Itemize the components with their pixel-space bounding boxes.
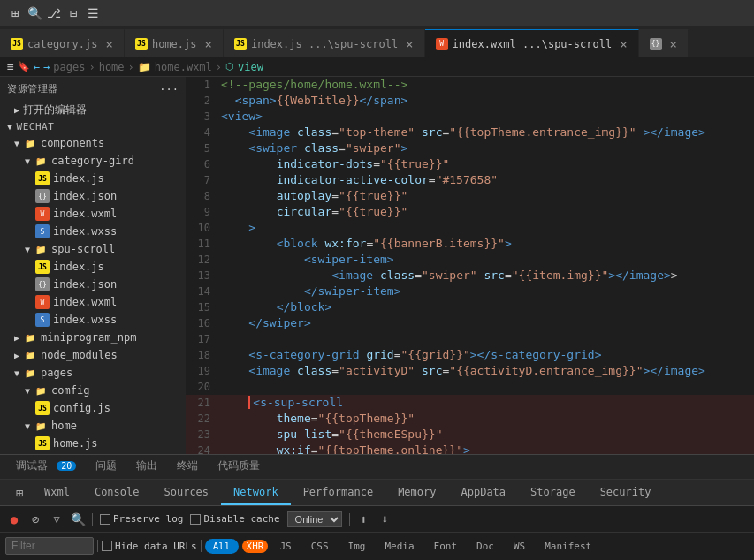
- filter-input[interactable]: [5, 537, 94, 555]
- sidebar-item-comfig[interactable]: ▼ 📁 comfig: [0, 382, 186, 399]
- devtools-tab-sources[interactable]: Sources: [151, 481, 221, 505]
- checkbox[interactable]: [102, 541, 112, 551]
- tabs-bar: JS category.js × JS home.js × JS index.j…: [0, 26, 754, 57]
- git-icon[interactable]: ⎇: [46, 5, 62, 21]
- folder-icon: 📁: [34, 419, 48, 433]
- preserve-log-checkbox[interactable]: Preserve log: [100, 513, 183, 525]
- sidebar-item-miniprogram-npm[interactable]: ▶ 📁 miniprogram_npm: [0, 329, 186, 346]
- devtools-tab-memory[interactable]: Memory: [385, 481, 448, 505]
- devtools-tab-security[interactable]: Security: [588, 481, 664, 505]
- folder-icon: 📁: [23, 348, 37, 362]
- extensions-icon[interactable]: ☰: [85, 5, 101, 21]
- tab-home-js[interactable]: JS home.js ×: [125, 29, 224, 57]
- checkbox[interactable]: [100, 514, 110, 525]
- json-icon: {}: [35, 277, 50, 291]
- tab-close[interactable]: ×: [620, 37, 627, 51]
- editor-content[interactable]: 1 <!--pages/home/home.wxml--> 2 <span>{{…: [186, 77, 754, 454]
- sidebar-item-spu-index-wxml[interactable]: W index.wxml: [0, 293, 186, 311]
- search-icon[interactable]: 🔍: [27, 5, 42, 21]
- devtools-tab-storage[interactable]: Storage: [518, 481, 588, 505]
- tab-index-wxml[interactable]: W index.wxml ...\spu-scroll ×: [425, 29, 639, 57]
- filter-pill-js[interactable]: JS: [271, 539, 299, 554]
- download-icon[interactable]: ⬇: [378, 512, 392, 526]
- sidebar-item-home[interactable]: ▼ 📁 home: [0, 417, 186, 435]
- sidebar-item-pages[interactable]: ▼ 📁 pages: [0, 364, 186, 382]
- devtools-tab-performance[interactable]: Performance: [291, 481, 385, 505]
- filter-pill-font[interactable]: Font: [426, 539, 466, 554]
- tab-icon-wxml: W: [436, 38, 448, 50]
- sidebar-item-cat-index-wxml[interactable]: W index.wxml: [0, 205, 186, 223]
- panel-tab-issues[interactable]: 问题: [87, 455, 126, 479]
- tab-icon-js: JS: [11, 38, 23, 50]
- panel-tab-debugger[interactable]: 调试器 20: [7, 455, 85, 479]
- tab-close[interactable]: ×: [105, 37, 112, 51]
- sidebar: 资源管理器 ··· ▶ 打开的编辑器 ▼ WECHAT ▼ 📁 componen…: [0, 77, 186, 454]
- breadcrumb-arrow-forward[interactable]: →: [43, 61, 50, 73]
- editor-line: 6 indicator-dots="{{true}}": [186, 156, 754, 172]
- throttle-select[interactable]: Online: [287, 511, 342, 527]
- sidebar-item-config-js[interactable]: JS config.js: [0, 399, 186, 417]
- clear-icon[interactable]: ⊘: [28, 512, 42, 526]
- upload-icon[interactable]: ⬆: [357, 512, 371, 526]
- devtools-tab-console[interactable]: Console: [82, 481, 152, 505]
- sidebar-open-editors[interactable]: ▶ 打开的编辑器: [0, 101, 186, 119]
- arrow-icon: ▼: [25, 156, 30, 166]
- online-selector[interactable]: Online: [287, 511, 342, 527]
- editor-line: 14 </swiper-item>: [186, 284, 754, 299]
- sidebar-item-spu-index-js[interactable]: JS index.js: [0, 258, 186, 276]
- sidebar-item-spu-index-wxss[interactable]: S index.wxss: [0, 311, 186, 329]
- sidebar-more[interactable]: ···: [159, 83, 179, 95]
- devtools-tab-wxml[interactable]: Wxml: [32, 481, 82, 505]
- tab-close[interactable]: ×: [670, 37, 677, 51]
- panel-tab-terminal[interactable]: 终端: [168, 455, 207, 479]
- arrow-icon: ▶: [14, 351, 19, 360]
- sidebar-item-cat-index-js[interactable]: JS index.js: [0, 170, 186, 187]
- devtools-tab-appdata[interactable]: AppData: [448, 481, 518, 505]
- sidebar-item-spu-scroll[interactable]: ▼ 📁 spu-scroll: [0, 240, 186, 258]
- tab-index-js[interactable]: JS index.js ...\spu-scroll ×: [224, 29, 425, 57]
- sidebar-item-spu-index-json[interactable]: {} index.json: [0, 276, 186, 293]
- filter-pill-doc[interactable]: Doc: [468, 539, 502, 554]
- devtools-tab-network[interactable]: Network: [221, 481, 291, 505]
- sidebar-item-cat-index-wxss[interactable]: S index.wxss: [0, 223, 186, 240]
- filter-pill-img[interactable]: Img: [340, 539, 374, 554]
- js-icon: JS: [35, 171, 50, 185]
- files-icon[interactable]: ⊞: [7, 5, 23, 21]
- filter-pill-media[interactable]: Media: [377, 539, 422, 554]
- sidebar-item-category-gird[interactable]: ▼ 📁 category-gird: [0, 152, 186, 170]
- breadcrumb-arrow-back[interactable]: ←: [34, 61, 40, 73]
- sidebar-item-components[interactable]: ▼ 📁 components: [0, 134, 186, 152]
- inspect-icon[interactable]: ⊞: [12, 486, 27, 500]
- folder-icon: 📁: [34, 242, 48, 256]
- editor-line: 7 indicator-active-color="#157658": [186, 172, 754, 188]
- hide-data-urls-checkbox[interactable]: Hide data URLs: [102, 541, 197, 552]
- wechat-arrow: ▼: [7, 122, 13, 132]
- debug-icon[interactable]: ⊟: [65, 5, 81, 21]
- filter-pill-manifest[interactable]: Manifest: [537, 539, 599, 554]
- panel-tab-output[interactable]: 输出: [127, 455, 166, 479]
- filter-pill-ws[interactable]: WS: [506, 539, 533, 554]
- record-stop-icon[interactable]: ●: [7, 512, 21, 526]
- filter-pill-all[interactable]: All: [205, 539, 239, 554]
- disable-cache-checkbox[interactable]: Disable cache: [190, 513, 279, 525]
- wxml-icon: W: [35, 295, 50, 309]
- breadcrumb-menu[interactable]: ≡: [7, 60, 14, 73]
- sidebar-item-cat-index-json[interactable]: {} index.json: [0, 187, 186, 205]
- search-icon[interactable]: 🔍: [71, 512, 85, 526]
- filter-pill-css[interactable]: CSS: [303, 539, 337, 554]
- tab-json[interactable]: {} ×: [639, 29, 689, 57]
- sidebar-item-node-modules[interactable]: ▶ 📁 node_modules: [0, 346, 186, 364]
- editor-line: 15 </block>: [186, 299, 754, 315]
- editor-line: 11 <block wx:for="{{bannerB.items}}">: [186, 236, 754, 252]
- filter-pill-xhr[interactable]: XHR: [242, 540, 269, 553]
- checkbox[interactable]: [190, 514, 201, 525]
- sidebar-item-home-js[interactable]: JS home.js: [0, 435, 186, 452]
- filter-icon[interactable]: ▽: [50, 512, 64, 526]
- panel-tab-quality[interactable]: 代码质量: [209, 455, 269, 479]
- tab-close[interactable]: ×: [205, 37, 212, 51]
- separator: [92, 513, 93, 526]
- tab-close[interactable]: ×: [406, 37, 413, 51]
- tab-category-js[interactable]: JS category.js ×: [0, 29, 125, 57]
- main-area: 资源管理器 ··· ▶ 打开的编辑器 ▼ WECHAT ▼ 📁 componen…: [0, 77, 754, 454]
- panel-tabs: 调试器 20 问题 输出 终端 代码质量: [0, 455, 754, 480]
